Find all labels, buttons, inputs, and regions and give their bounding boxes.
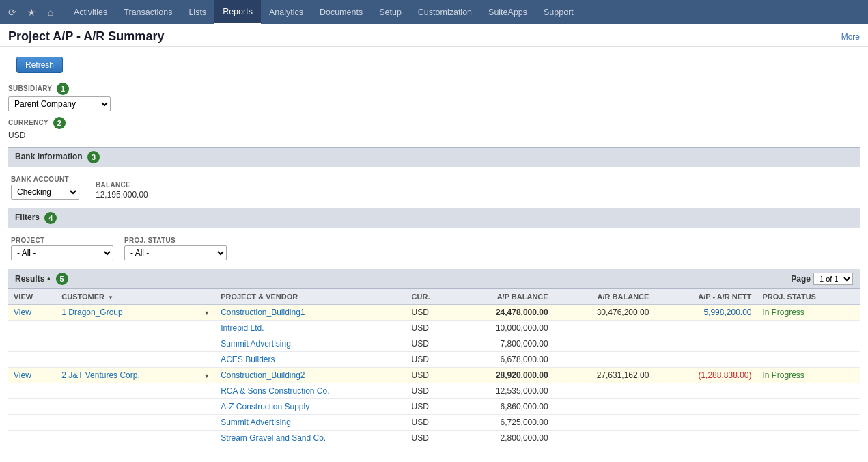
currency-badge: 2 (53, 117, 66, 129)
table-header-row: VIEW CUSTOMER ▼ PROJECT & VENDOR CUR. A/… (8, 289, 860, 305)
cell-project-vendor[interactable]: Construction_Building1 (215, 305, 406, 321)
cell-currency: USD (406, 305, 453, 321)
cell-customer (56, 415, 198, 431)
cell-project-vendor[interactable]: Summit Advertising (215, 415, 406, 431)
cell-view (8, 415, 56, 431)
cell-project-vendor[interactable]: RCA & Sons Construction Co. (215, 383, 406, 399)
cell-ap-ar-nett (654, 383, 757, 399)
cell-ar-balance (554, 431, 655, 446)
table-row: ACES BuildersUSD6,678,000.00 (8, 352, 860, 368)
project-vendor-link[interactable]: Stream Gravel and Sand Co. (221, 433, 326, 443)
cell-ap-balance: 12,535,000.00 (453, 383, 554, 399)
nav-setup[interactable]: Setup (371, 0, 410, 24)
col-customer: CUSTOMER ▼ (56, 289, 198, 305)
cell-view[interactable]: View (8, 305, 56, 321)
table-row: View1 Dragon_Group▼Construction_Building… (8, 305, 860, 321)
subsidiary-badge: 1 (57, 83, 69, 95)
cell-project-vendor[interactable]: A-Z Construction Supply (215, 399, 406, 415)
proj-status-filter-group: PROJ. STATUS - All - (124, 236, 227, 260)
cell-ap-balance: 10,000,000.00 (453, 321, 554, 336)
project-vendor-link[interactable]: Summit Advertising (221, 418, 291, 427)
col-proj-status: PROJ. STATUS (757, 289, 860, 305)
nav-documents[interactable]: Documents (311, 0, 371, 24)
home-icon[interactable]: ⌂ (44, 7, 57, 18)
cell-currency: USD (406, 321, 453, 336)
cell-ar-balance (554, 415, 655, 431)
project-vendor-link[interactable]: A-Z Construction Supply (221, 402, 309, 411)
bank-account-select[interactable]: Checking (11, 185, 79, 200)
customer-link[interactable]: 1 Dragon_Group (61, 308, 122, 317)
table-row: Intrepid Ltd.USD10,000,000.00 (8, 321, 860, 336)
cell-currency: USD (406, 415, 453, 431)
subsidiary-label: SUBSIDIARY 1 (8, 83, 111, 95)
project-vendor-link[interactable]: Summit Advertising (221, 339, 291, 349)
cell-project-vendor[interactable]: Stream Gravel and Sand Co. (215, 431, 406, 446)
project-vendor-link[interactable]: Construction_Building2 (221, 370, 305, 380)
results-table: VIEW CUSTOMER ▼ PROJECT & VENDOR CUR. A/… (8, 289, 860, 446)
filters-badge: 4 (44, 212, 57, 224)
cell-ap-ar-nett (654, 352, 757, 368)
cell-ap-balance: 24,478,000.00 (453, 305, 554, 321)
cell-view (8, 399, 56, 415)
view-link[interactable]: View (14, 308, 31, 317)
cell-project-vendor[interactable]: Intrepid Ltd. (215, 321, 406, 336)
nav-support[interactable]: Support (535, 0, 582, 24)
nav-customization[interactable]: Customization (410, 0, 480, 24)
cell-customer[interactable]: 2 J&T Ventures Corp. (56, 368, 198, 383)
col-ar-balance: A/R BALANCE (554, 289, 655, 305)
project-vendor-link[interactable]: RCA & Sons Construction Co. (221, 386, 329, 396)
table-row: Stream Gravel and Sand Co.USD2,800,000.0… (8, 431, 860, 446)
results-title: Results • 5 (15, 273, 68, 285)
filters-section-header: Filters 4 (8, 208, 860, 228)
results-header: Results • 5 Page 1 of 1 (8, 269, 860, 289)
customer-link[interactable]: 2 J&T Ventures Corp. (61, 370, 140, 380)
cell-currency: USD (406, 431, 453, 446)
cell-customer[interactable]: 1 Dragon_Group (56, 305, 198, 321)
nav-lists[interactable]: Lists (180, 0, 214, 24)
proj-status-filter-select[interactable]: - All - (124, 245, 227, 260)
col-view: VIEW (8, 289, 56, 305)
cell-proj-status (757, 399, 860, 415)
view-link[interactable]: View (14, 370, 31, 380)
cell-project-vendor[interactable]: Construction_Building2 (215, 368, 406, 383)
proj-status-filter-label: PROJ. STATUS (124, 236, 227, 244)
cell-project-vendor[interactable]: Summit Advertising (215, 336, 406, 352)
refresh-button[interactable]: Refresh (16, 57, 63, 73)
cell-proj-status (757, 352, 860, 368)
cell-sort (198, 336, 215, 352)
currency-row: CURRENCY 2 USD (8, 117, 860, 140)
nav-analytics[interactable]: Analytics (261, 0, 311, 24)
cell-ap-balance: 6,678,000.00 (453, 352, 554, 368)
cell-view (8, 431, 56, 446)
cell-ap-ar-nett: (1,288,838.00) (654, 368, 757, 383)
cell-sort: ▼ (198, 368, 215, 383)
star-icon[interactable]: ★ (25, 7, 38, 18)
balance-value: 12,195,000.00 (96, 190, 148, 200)
project-vendor-link[interactable]: Intrepid Ltd. (221, 323, 264, 333)
page-select[interactable]: 1 of 1 (813, 273, 853, 285)
cell-ap-balance: 7,800,000.00 (453, 336, 554, 352)
cell-ar-balance: 27,631,162.00 (554, 368, 655, 383)
bank-row: BANK ACCOUNT Checking BALANCE 12,195,000… (8, 172, 860, 204)
nav-activities[interactable]: Activities (66, 0, 115, 24)
nav-items: Activities Transactions Lists Reports An… (66, 0, 582, 24)
cell-sort (198, 321, 215, 336)
nav-suiteapps[interactable]: SuiteApps (480, 0, 535, 24)
cell-project-vendor[interactable]: ACES Builders (215, 352, 406, 368)
subsidiary-select[interactable]: Parent Company (8, 96, 111, 111)
project-vendor-link[interactable]: Construction_Building1 (221, 308, 305, 317)
cell-sort (198, 415, 215, 431)
more-link[interactable]: More (841, 32, 860, 42)
nav-reports[interactable]: Reports (214, 0, 261, 24)
table-row: RCA & Sons Construction Co.USD12,535,000… (8, 383, 860, 399)
history-icon[interactable]: ⟳ (5, 7, 19, 18)
col-sort (198, 289, 215, 305)
project-vendor-link[interactable]: ACES Builders (221, 355, 275, 364)
nav-transactions[interactable]: Transactions (115, 0, 180, 24)
balance-group: BALANCE 12,195,000.00 (96, 181, 148, 200)
cell-ar-balance (554, 336, 655, 352)
project-filter-select[interactable]: - All - (11, 245, 113, 260)
cell-view[interactable]: View (8, 368, 56, 383)
cell-ap-ar-nett (654, 431, 757, 446)
filters-row: PROJECT - All - PROJ. STATUS - All - (8, 232, 860, 264)
